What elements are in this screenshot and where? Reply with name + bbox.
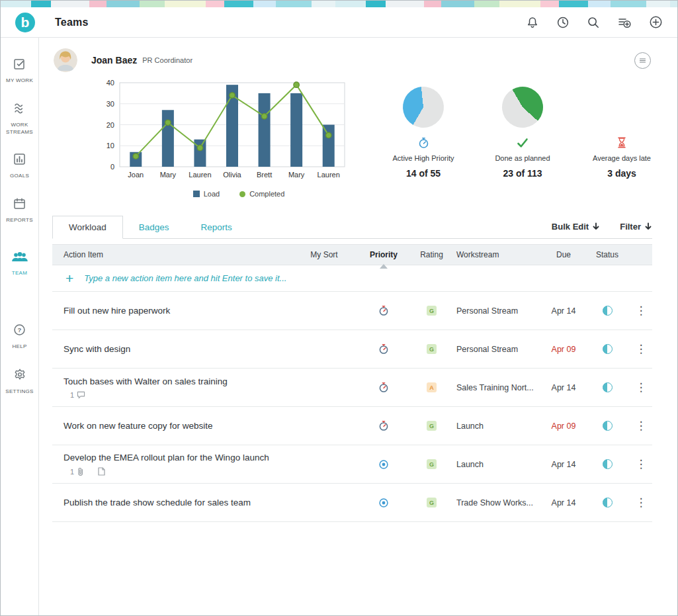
x-category-label: Mary	[160, 171, 177, 179]
row-menu-icon[interactable]: ⋮	[630, 459, 652, 470]
app-window: b Teams MY WORK	[0, 0, 678, 616]
status-cell[interactable]	[585, 498, 630, 507]
comment-indicator[interactable]: 1	[52, 391, 294, 399]
x-category-label: Joan	[128, 171, 144, 179]
column-header-due[interactable]: Due	[542, 250, 585, 259]
row-menu-icon[interactable]: ⋮	[630, 497, 652, 508]
color-strip-segment	[276, 1, 312, 7]
priority-cell[interactable]	[354, 420, 413, 431]
due-date[interactable]: Apr 14	[542, 460, 585, 469]
stat-label: Done as planned	[495, 154, 550, 162]
help-question-icon: ?	[13, 324, 26, 339]
rating-cell[interactable]: G	[413, 498, 450, 507]
completed-marker	[326, 132, 331, 138]
table-header: Action Item My Sort Priority Rating Work…	[52, 244, 652, 265]
status-in-progress-icon	[603, 459, 613, 469]
filter-button[interactable]: Filter	[620, 222, 652, 232]
table-row[interactable]: Fill out new hire paperworkGPersonal Str…	[52, 292, 652, 330]
workstream-label[interactable]: Trade Show Works...	[450, 498, 542, 507]
row-menu-icon[interactable]: ⋮	[630, 382, 652, 393]
action-item-title[interactable]: Sync with design	[52, 344, 294, 354]
app-logo[interactable]: b	[15, 13, 35, 32]
table-row[interactable]: Sync with designGPersonal StreamApr 09⋮	[52, 330, 652, 369]
row-menu-icon[interactable]: ⋮	[630, 420, 652, 431]
rating-badge[interactable]: G	[427, 498, 437, 507]
action-item-title[interactable]: Fill out new hire paperwork	[52, 306, 294, 316]
rating-cell[interactable]: G	[413, 421, 450, 431]
status-cell[interactable]	[585, 382, 630, 392]
action-item-title[interactable]: Touch bases with Walter on sales trainin…	[52, 376, 294, 386]
sidebar-item-work-streams[interactable]: WORK STREAMS	[1, 102, 38, 136]
attachment-indicator[interactable]: 1	[52, 467, 294, 476]
bulk-edit-button[interactable]: Bulk Edit	[552, 222, 600, 232]
sidebar-item-goals[interactable]: GOALS	[1, 153, 38, 180]
sidebar-item-settings[interactable]: SETTINGS	[1, 368, 38, 396]
action-item-title[interactable]: Develop the EMEA rollout plan for the Wi…	[52, 453, 294, 462]
workstream-label[interactable]: Personal Stream	[450, 345, 542, 354]
completed-marker	[197, 145, 202, 150]
rating-badge[interactable]: G	[427, 459, 437, 469]
workstream-label[interactable]: Launch	[450, 421, 542, 431]
priority-cell[interactable]	[354, 305, 413, 316]
y-tick-label: 10	[106, 142, 114, 150]
due-date[interactable]: Apr 09	[542, 421, 585, 431]
status-cell[interactable]	[585, 344, 630, 354]
column-header-action-item[interactable]: Action Item	[52, 250, 294, 259]
attachment-count: 1	[70, 468, 74, 476]
tab-badges[interactable]: Badges	[123, 216, 185, 238]
due-date[interactable]: Apr 14	[542, 383, 585, 392]
table-row[interactable]: Work on new feature copy for websiteGLau…	[52, 407, 652, 445]
notifications-bell-icon[interactable]	[526, 16, 539, 29]
add-action-item-row[interactable]: +	[52, 265, 652, 292]
overview-menu-icon[interactable]	[634, 52, 651, 69]
rating-cell[interactable]: G	[413, 344, 450, 354]
column-header-status[interactable]: Status	[585, 250, 630, 259]
column-header-my-sort[interactable]: My Sort	[294, 250, 354, 259]
due-date[interactable]: Apr 09	[542, 345, 585, 354]
row-menu-icon[interactable]: ⋮	[630, 343, 652, 355]
avatar[interactable]	[54, 48, 77, 72]
rating-cell[interactable]: G	[413, 459, 450, 469]
column-header-workstream[interactable]: Workstream	[450, 250, 542, 259]
new-action-item-input[interactable]	[84, 273, 652, 283]
status-cell[interactable]	[585, 306, 630, 316]
rating-badge[interactable]: G	[427, 306, 437, 316]
history-clock-icon[interactable]	[556, 16, 570, 29]
row-menu-icon[interactable]: ⋮	[630, 305, 652, 316]
rating-cell[interactable]: G	[413, 306, 450, 316]
sidebar-item-reports[interactable]: REPORTS	[1, 197, 38, 224]
workstream-label[interactable]: Personal Stream	[450, 306, 542, 316]
sidebar-item-team[interactable]: TEAM	[1, 251, 38, 277]
sidebar-item-help[interactable]: ? HELP	[1, 324, 38, 351]
profile-role: PR Coordinator	[142, 56, 192, 64]
sidebar-item-my-work[interactable]: MY WORK	[1, 58, 38, 85]
priority-cell[interactable]	[354, 343, 413, 355]
add-to-list-icon[interactable]	[617, 16, 632, 29]
workstream-label[interactable]: Sales Training Nort...	[450, 383, 542, 392]
add-plus-circle-icon[interactable]	[649, 15, 663, 29]
table-row[interactable]: Publish the trade show schedule for sale…	[52, 484, 652, 522]
column-header-rating[interactable]: Rating	[413, 250, 450, 259]
action-item-title[interactable]: Work on new feature copy for website	[52, 421, 294, 431]
tab-reports[interactable]: Reports	[185, 216, 248, 238]
priority-cell[interactable]	[354, 498, 413, 508]
rating-badge[interactable]: G	[427, 344, 437, 354]
status-cell[interactable]	[585, 421, 630, 431]
rating-badge[interactable]: A	[427, 382, 437, 392]
action-item-title[interactable]: Publish the trade show schedule for sale…	[52, 498, 294, 507]
add-plus-icon[interactable]: +	[65, 271, 73, 285]
search-icon[interactable]	[587, 16, 600, 29]
linked-document[interactable]	[98, 467, 105, 476]
column-header-priority[interactable]: Priority	[354, 250, 413, 259]
table-row[interactable]: Touch bases with Walter on sales trainin…	[52, 369, 652, 407]
rating-badge[interactable]: G	[427, 421, 437, 431]
priority-cell[interactable]	[354, 382, 413, 393]
table-row[interactable]: Develop the EMEA rollout plan for the Wi…	[52, 445, 652, 484]
priority-cell[interactable]	[354, 459, 413, 470]
due-date[interactable]: Apr 14	[542, 306, 585, 316]
rating-cell[interactable]: A	[413, 382, 450, 392]
due-date[interactable]: Apr 14	[542, 498, 585, 507]
tab-workload[interactable]: Workload	[52, 216, 123, 239]
status-cell[interactable]	[585, 459, 630, 469]
workstream-label[interactable]: Launch	[450, 460, 542, 469]
